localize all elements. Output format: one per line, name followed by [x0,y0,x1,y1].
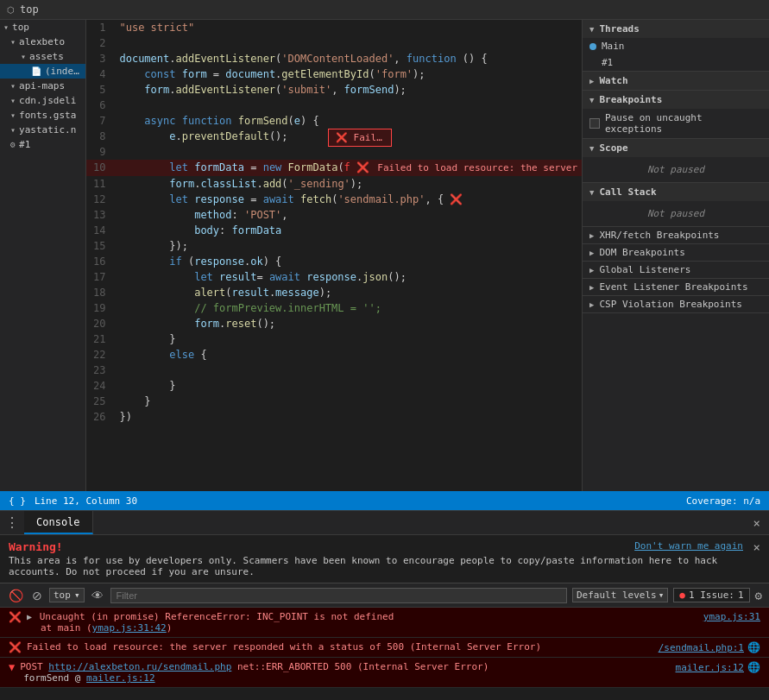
tree-label-api-maps: api-maps [19,80,65,91]
console-close-button[interactable]: × [745,516,769,530]
clear-console-button[interactable]: 🚫 [7,589,25,602]
msg-content-3: POST http://alexbeton.ru/sendmail.php ne… [20,661,670,684]
watch-header[interactable]: ▶ Watch [583,72,769,90]
xhr-header[interactable]: ▶ XHR/fetch Breakpoints [583,227,769,243]
line-code-25: } [116,394,582,409]
line-num-3: 3 [86,51,116,66]
csp-header[interactable]: ▶ CSP Violation Breakpoints [583,296,769,312]
line-num-18: 18 [86,285,116,300]
table-row: 15 }); [86,238,582,254]
table-row: 20 form.reset(); [86,316,582,331]
tree-item-fonts-g[interactable]: ▾ fonts.gsta [0,108,85,123]
table-row: 18 alert(result.message); [86,285,582,300]
threads-section: ▼ Threads Main #1 [583,20,769,72]
dont-warn-link[interactable]: Don't warn me again [634,540,743,552]
tree-arrow-api-maps: ▾ [10,81,16,91]
threads-header[interactable]: ▼ Threads [583,20,769,38]
top-label: top [20,3,39,16]
line-code-21: } [116,331,582,347]
console-filter-input[interactable] [110,588,567,603]
settings-icon[interactable]: ⚙ [755,589,762,602]
tree-item-api-maps[interactable]: ▾ api-maps [0,79,85,93]
line-num-6: 6 [86,98,116,113]
tree-arrow-yastatic: ▾ [10,125,16,135]
toggle-console-button[interactable]: ⊘ [30,589,44,602]
tree-item-yastatic[interactable]: ▾ yastatic.n [0,123,85,137]
xhr-arrow: ▶ [589,231,594,240]
console-tabs: ⋮ Console × [0,511,769,535]
csp-section: ▶ CSP Violation Breakpoints [583,296,769,313]
threads-arrow: ▼ [589,25,594,34]
csp-arrow: ▶ [589,300,594,309]
msg-src-2[interactable]: /sendmail.php:1 [659,642,744,653]
line-code-20: form.reset(); [116,316,582,331]
tree-icon-hash1: ⚙ [10,140,16,149]
thread-dot-main [589,43,596,50]
tree-item-index[interactable]: 📄 (index) [0,64,85,79]
line-num-17: 17 [86,269,116,285]
msg-content-1: ▶ Uncaught (in promise) ReferenceError: … [27,611,698,634]
braces-icon: { } [9,495,26,507]
line-code-5: form.addEventListener('submit', formSend… [116,82,582,98]
context-selector[interactable]: top ▾ [49,588,85,602]
msg-src-3[interactable]: mailer.js:12 [676,662,744,673]
context-label: top [54,590,71,601]
dom-arrow: ▶ [589,249,594,257]
console-tab[interactable]: Console [24,511,93,534]
tree-item-hash1[interactable]: ⚙ #1 [0,137,85,152]
thread-item-1[interactable]: #1 [583,54,769,71]
warning-banner: Warning! This area is for use by develop… [0,535,769,583]
msg-src-1[interactable]: ymap.js:31 [703,611,760,622]
breakpoint-checkbox[interactable] [589,118,600,129]
status-bar: { } Line 12, Column 30 Coverage: n/a [0,491,769,510]
tree-label-fonts-g: fonts.gsta [19,110,76,121]
tree-item-cdn[interactable]: ▾ cdn.jsdeli [0,93,85,108]
tree-label-alexbeton: alexbeto [19,36,65,47]
callstack-not-paused: Not paused [583,201,769,226]
line-code-7: async function formSend(e) { [116,113,582,129]
console-dots-icon[interactable]: ⋮ [0,514,24,531]
warning-close-button[interactable]: × [753,540,760,554]
line-code-15: }); [116,238,582,254]
eye-icon-button[interactable]: 👁 [90,589,105,602]
dom-header[interactable]: ▶ DOM Breakpoints [583,244,769,261]
msg-text-2: Failed to load resource: the server resp… [27,641,541,653]
callstack-label: Call Stack [599,186,656,198]
code-editor[interactable]: ❌ Failed to load resource: the server re… [86,20,582,491]
issue-dot: ● [679,590,685,601]
event-header[interactable]: ▶ Event Listener Breakpoints [583,279,769,295]
msg-link-3[interactable]: http://alexbeton.ru/sendmail.php [48,661,231,672]
level-arrow: ▾ [659,590,665,601]
tree-arrow-assets: ▾ [21,52,26,61]
error-tooltip-text: ❌ Failed to load resource: the server re… [336,132,392,143]
expand-arrow-3[interactable]: ▼ [9,661,15,673]
line-num-1: 1 [86,20,116,35]
msg-src-group-2: /sendmail.php:1 🌐 [659,641,760,653]
event-label: Event Listener Breakpoints [599,281,747,293]
msg-icon-2: ❌ [9,641,22,653]
console-panel: ⋮ Console × Warning! This area is for us… [0,510,769,700]
breakpoints-header[interactable]: ▼ Breakpoints [583,91,769,109]
watch-section: ▶ Watch [583,72,769,91]
callstack-header[interactable]: ▼ Call Stack [583,183,769,201]
thread-item-main[interactable]: Main [583,38,769,54]
tree-item-alexbeton[interactable]: ▾ alexbeto [0,35,85,49]
line-num-7: 7 [86,113,116,129]
right-panel: ▼ Threads Main #1 ▶ Watch ▼ Breakpoint [582,20,769,491]
msg-link-stack-3[interactable]: mailer.js:12 [86,672,154,684]
global-header[interactable]: ▶ Global Listeners [583,262,769,278]
tree-icon-index: 📄 [31,66,41,76]
tree-item-assets[interactable]: ▾ assets [0,49,85,64]
line-code-16: if (response.ok) { [116,254,582,269]
thread-label-1: #1 [602,57,613,68]
expand-arrow-1[interactable]: ▶ [27,612,32,621]
scope-header[interactable]: ▼ Scope [583,139,769,157]
line-code-11: form.classList.add('_sending'); [116,176,582,192]
network-icon-3: 🌐 [747,661,760,673]
file-tree: ▾ top ▾ alexbeto ▾ assets 📄 (index) ▾ ap… [0,20,86,491]
level-selector[interactable]: Default levels ▾ [572,588,668,602]
tree-label-assets: assets [29,51,64,62]
level-label: Default levels [577,590,657,601]
tree-item-top[interactable]: ▾ top [0,20,85,35]
msg-link-1[interactable]: ymap.js:31:42 [92,622,167,634]
